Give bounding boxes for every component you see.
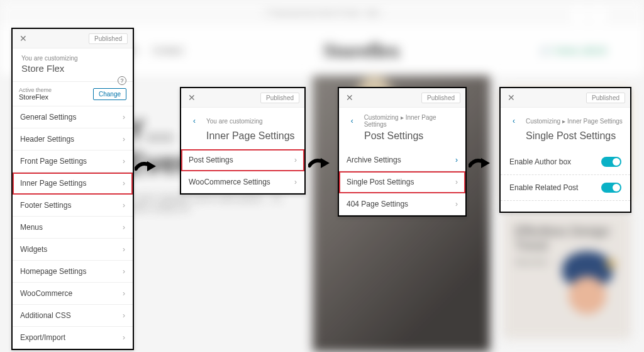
flow-arrow-icon — [469, 154, 494, 173]
toggle-row: Enable Related Post — [501, 175, 630, 201]
chevron-right-icon: › — [455, 156, 458, 164]
menu-item-label: Post Settings — [189, 156, 233, 164]
chevron-right-icon: › — [294, 156, 297, 164]
toggle-label: Enable Related Post — [509, 183, 578, 192]
menu-item-label: WooCommerce Settings — [189, 178, 270, 186]
menu-item-label: Export/Import — [20, 333, 65, 342]
back-button[interactable]: ‹ — [507, 114, 521, 128]
publish-status-badge: Published — [421, 93, 460, 103]
back-button[interactable]: ‹ — [187, 114, 201, 128]
chevron-right-icon: › — [123, 289, 125, 298]
menu-item[interactable]: WooCommerce› — [13, 283, 133, 305]
back-button[interactable]: ‹ — [345, 114, 359, 128]
menu-item[interactable]: Menus› — [13, 217, 133, 239]
chevron-right-icon: › — [294, 178, 297, 186]
menu-item-label: 404 Page Settings — [347, 200, 408, 208]
menu-item[interactable]: Widgets› — [13, 239, 133, 261]
menu-item-label: Archive Settings — [347, 156, 401, 164]
chevron-right-icon: › — [455, 200, 458, 208]
site-logo: Storeflex — [323, 39, 400, 62]
customizer-panel-post-settings: ✕ Published ‹ Customizing▸Inner Page Set… — [338, 87, 467, 217]
publish-status-badge: Published — [260, 93, 299, 103]
customizer-panel-root: ✕ Published You are customizing Store Fl… — [11, 28, 134, 350]
menu-item[interactable]: Homepage Settings› — [13, 261, 133, 283]
menu-item[interactable]: Archive Settings› — [339, 149, 465, 171]
chevron-right-icon: › — [123, 113, 125, 122]
active-theme-row: Active theme StoreFlex Change — [13, 81, 133, 106]
menu-item[interactable]: 404 Page Settings› — [339, 193, 465, 215]
flow-arrow-icon — [308, 154, 333, 173]
help-icon[interactable]: ? — [118, 76, 126, 85]
close-icon[interactable]: ✕ — [18, 33, 29, 44]
panel-title: Store Flex — [13, 63, 133, 81]
menu-item[interactable]: Footer Settings› — [13, 195, 133, 217]
publish-status-badge: Published — [89, 33, 128, 44]
chevron-right-icon: › — [123, 311, 125, 320]
menu-item[interactable]: Front Page Settings› — [13, 150, 133, 173]
menu-item[interactable]: Single Post Settings› — [339, 171, 465, 193]
customizer-panel-single-post: ✕ Published ‹ Customizing▸Inner Page Set… — [499, 87, 631, 213]
menu-item[interactable]: Additional CSS› — [13, 305, 133, 327]
close-icon[interactable]: ✕ — [506, 92, 517, 103]
chevron-right-icon: › — [123, 245, 125, 254]
menu-item-label: Single Post Settings — [347, 178, 414, 186]
menu-item-label: WooCommerce — [20, 289, 72, 298]
change-theme-button[interactable]: Change — [93, 88, 126, 100]
chevron-right-icon: › — [123, 157, 125, 166]
chevron-right-icon: › — [123, 179, 125, 188]
chevron-right-icon: › — [123, 135, 125, 144]
customizing-preline: You are customizing — [206, 118, 263, 125]
menu-list: Post Settings›WooCommerce Settings› — [181, 149, 304, 193]
close-icon[interactable]: ✕ — [186, 92, 197, 103]
chevron-right-icon: › — [123, 201, 125, 210]
chevron-right-icon: › — [123, 267, 125, 276]
menu-item-label: Inner Page Settings — [20, 179, 86, 188]
menu-item[interactable]: WooCommerce Settings› — [181, 171, 304, 193]
menu-item-label: Footer Settings — [20, 201, 71, 210]
menu-item-label: Front Page Settings — [20, 157, 87, 166]
menu-item[interactable]: Export/Import› — [13, 327, 133, 349]
menu-item[interactable]: General Settings› — [13, 106, 133, 128]
customizing-preline: You are customizing — [13, 48, 133, 63]
toggle-switch[interactable] — [601, 183, 621, 193]
panel-title: Inner Page Settings — [181, 130, 304, 149]
panel-title: Post Settings — [339, 130, 465, 149]
customizer-panel-inner-page: ✕ Published ‹ You are customizing Inner … — [180, 87, 306, 195]
toggle-label: Enable Author box — [509, 157, 571, 166]
menu-item-label: General Settings — [20, 113, 76, 122]
toggle-switch[interactable] — [601, 157, 621, 167]
menu-item-label: Header Settings — [20, 135, 74, 144]
chevron-right-icon: › — [455, 178, 458, 186]
chevron-right-icon: › — [123, 333, 125, 342]
breadcrumb: Customizing▸Inner Page Settings — [526, 118, 623, 125]
close-icon[interactable]: ✕ — [344, 92, 355, 103]
menu-item[interactable]: Header Settings› — [13, 128, 133, 150]
menu-list: General Settings›Header Settings›Front P… — [13, 106, 133, 349]
menu-item-label: Widgets — [20, 245, 47, 254]
toggle-row: Enable Author box — [501, 149, 630, 175]
publish-status-badge: Published — [586, 93, 625, 103]
menu-list: Archive Settings›Single Post Settings›40… — [339, 149, 465, 215]
chevron-right-icon: › — [123, 223, 125, 232]
menu-item-label: Menus — [20, 223, 43, 232]
panel-title: Single Post Settings — [501, 130, 630, 149]
menu-item[interactable]: Post Settings› — [181, 149, 304, 171]
menu-item-label: Additional CSS — [20, 311, 71, 320]
flow-arrow-icon — [135, 157, 160, 176]
menu-item[interactable]: Inner Page Settings› — [13, 173, 133, 195]
menu-item-label: Homepage Settings — [20, 267, 86, 276]
breadcrumb: Customizing▸Inner Page Settings — [364, 114, 459, 128]
